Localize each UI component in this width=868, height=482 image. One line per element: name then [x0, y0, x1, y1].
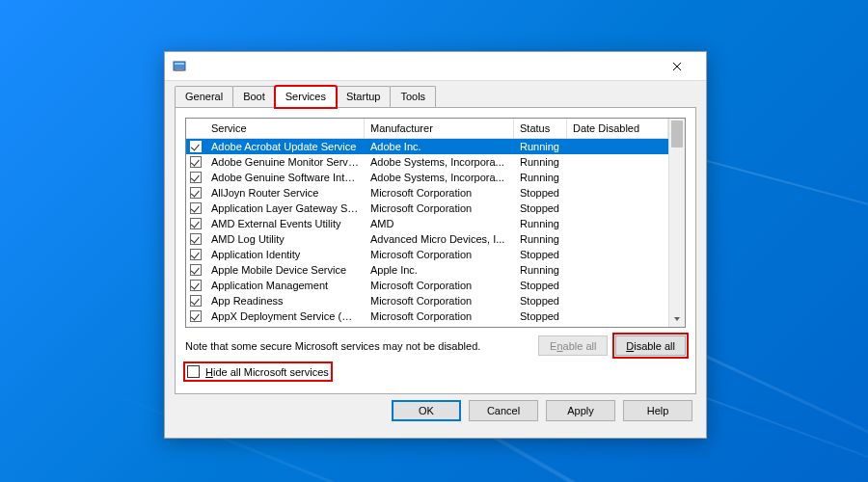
tab-tools[interactable]: Tools [390, 86, 436, 108]
cell-service: Application Layer Gateway Service [205, 202, 365, 214]
table-row[interactable]: Adobe Acrobat Update ServiceAdobe Inc.Ru… [186, 139, 668, 154]
tab-services[interactable]: Services [275, 86, 337, 108]
cell-service: Application Management [205, 280, 365, 291]
tab-boot[interactable]: Boot [232, 86, 276, 108]
row-checkbox[interactable] [190, 249, 202, 260]
services-list: Service Manufacturer Status Date Disable… [185, 118, 686, 328]
services-panel: Service Manufacturer Status Date Disable… [175, 107, 696, 394]
note-text: Note that some secure Microsoft services… [185, 340, 530, 352]
tab-startup[interactable]: Startup [336, 86, 391, 108]
svg-rect-2 [176, 68, 183, 71]
hide-microsoft-checkbox[interactable] [187, 365, 200, 378]
apply-button[interactable]: Apply [546, 400, 615, 421]
cell-status: Running [514, 172, 567, 183]
list-header: Service Manufacturer Status Date Disable… [186, 119, 668, 139]
cell-service: Application Identity [205, 249, 365, 260]
scroll-down-icon[interactable] [669, 310, 685, 327]
row-checkbox[interactable] [190, 295, 202, 307]
col-date-disabled-header[interactable]: Date Disabled [567, 119, 668, 138]
scroll-thumb[interactable] [671, 120, 683, 147]
cell-status: Stopped [514, 249, 567, 260]
cell-manufacturer: Apple Inc. [365, 264, 514, 276]
hide-microsoft-checkbox-row[interactable]: Hide all Microsoft services [185, 363, 331, 380]
cell-service: Adobe Genuine Software Integri... [205, 172, 365, 183]
table-row[interactable]: AMD External Events UtilityAMDRunning [186, 216, 668, 231]
tab-general[interactable]: General [175, 86, 233, 108]
cell-status: Running [514, 156, 567, 168]
cell-service: AMD External Events Utility [205, 218, 365, 229]
row-checkbox[interactable] [190, 280, 202, 291]
cell-manufacturer: Microsoft Corporation [365, 202, 514, 214]
row-checkbox[interactable] [190, 156, 202, 168]
row-checkbox[interactable] [190, 233, 202, 245]
cell-status: Running [514, 141, 567, 152]
help-button[interactable]: Help [623, 400, 692, 421]
enable-all-button: Enable all [538, 335, 608, 356]
dialog-button-row: OK Cancel Apply Help [165, 400, 706, 431]
cell-status: Running [514, 218, 567, 229]
cell-service: Adobe Acrobat Update Service [205, 141, 365, 152]
row-checkbox[interactable] [190, 141, 202, 152]
row-checkbox[interactable] [190, 202, 202, 214]
cell-manufacturer: Adobe Systems, Incorpora... [365, 172, 514, 183]
row-checkbox[interactable] [190, 310, 202, 322]
vertical-scrollbar[interactable] [668, 119, 685, 327]
close-button[interactable] [655, 52, 698, 81]
disable-all-button[interactable]: Disable all [615, 335, 686, 356]
svg-rect-1 [175, 63, 184, 65]
col-service-header[interactable]: Service [205, 119, 365, 138]
table-row[interactable]: Application ManagementMicrosoft Corporat… [186, 278, 668, 293]
table-row[interactable]: Apple Mobile Device ServiceApple Inc.Run… [186, 262, 668, 278]
cell-service: AppX Deployment Service (AppX... [205, 310, 365, 322]
cell-manufacturer: Microsoft Corporation [365, 310, 514, 322]
table-row[interactable]: Adobe Genuine Software Integri...Adobe S… [186, 170, 668, 185]
ok-button[interactable]: OK [392, 400, 461, 421]
app-icon [173, 59, 188, 74]
cell-status: Running [514, 233, 567, 245]
cell-status: Stopped [514, 310, 567, 322]
table-row[interactable]: Application Layer Gateway ServiceMicroso… [186, 201, 668, 216]
cell-status: Stopped [514, 280, 567, 291]
cell-manufacturer: Adobe Inc. [365, 141, 514, 152]
table-row[interactable]: Application IdentityMicrosoft Corporatio… [186, 247, 668, 262]
cell-service: App Readiness [205, 295, 365, 307]
cell-service: Adobe Genuine Monitor Service [205, 156, 365, 168]
hide-microsoft-label: Hide all Microsoft services [205, 366, 329, 378]
cell-status: Stopped [514, 187, 567, 199]
row-checkbox[interactable] [190, 264, 202, 276]
cancel-button[interactable]: Cancel [469, 400, 538, 421]
cell-status: Stopped [514, 202, 567, 214]
msconfig-window: General Boot Services Startup Tools Serv… [164, 51, 707, 439]
table-row[interactable]: AppX Deployment Service (AppX...Microsof… [186, 308, 668, 324]
cell-manufacturer: Microsoft Corporation [365, 280, 514, 291]
col-manufacturer-header[interactable]: Manufacturer [365, 119, 514, 138]
table-row[interactable]: Adobe Genuine Monitor ServiceAdobe Syste… [186, 154, 668, 170]
cell-service: AMD Log Utility [205, 233, 365, 245]
col-status-header[interactable]: Status [514, 119, 567, 138]
titlebar[interactable] [165, 52, 706, 81]
cell-service: AllJoyn Router Service [205, 187, 365, 199]
table-row[interactable]: AllJoyn Router ServiceMicrosoft Corporat… [186, 185, 668, 201]
cell-manufacturer: Microsoft Corporation [365, 295, 514, 307]
cell-manufacturer: AMD [365, 218, 514, 229]
cell-manufacturer: Adobe Systems, Incorpora... [365, 156, 514, 168]
cell-status: Running [514, 264, 567, 276]
row-checkbox[interactable] [190, 218, 202, 229]
row-checkbox[interactable] [190, 187, 202, 199]
cell-service: Apple Mobile Device Service [205, 264, 365, 276]
cell-status: Stopped [514, 295, 567, 307]
cell-manufacturer: Microsoft Corporation [365, 249, 514, 260]
table-row[interactable]: AMD Log UtilityAdvanced Micro Devices, I… [186, 231, 668, 247]
cell-manufacturer: Advanced Micro Devices, I... [365, 233, 514, 245]
table-row[interactable]: App ReadinessMicrosoft CorporationStoppe… [186, 293, 668, 308]
row-checkbox[interactable] [190, 172, 202, 183]
cell-manufacturer: Microsoft Corporation [365, 187, 514, 199]
tab-strip: General Boot Services Startup Tools [165, 81, 706, 107]
